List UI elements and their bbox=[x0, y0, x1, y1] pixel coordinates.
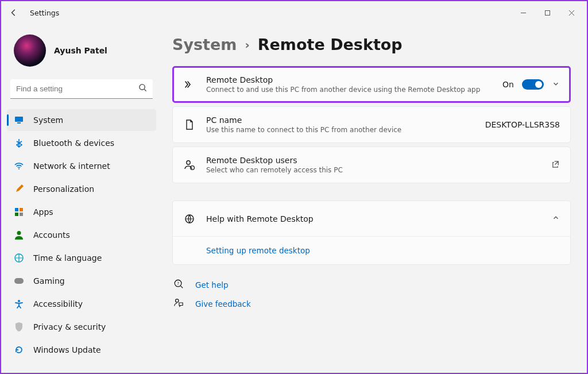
sidebar-item-label: Apps bbox=[33, 207, 53, 217]
pc-name-card: PC name Use this name to connect to this… bbox=[172, 106, 571, 143]
sidebar-item-personalization[interactable]: Personalization bbox=[7, 178, 156, 200]
sidebar-item-label: Privacy & security bbox=[33, 322, 106, 331]
sidebar-item-bluetooth-devices[interactable]: Bluetooth & devices bbox=[7, 132, 156, 154]
toggle-state-label: On bbox=[502, 80, 514, 89]
search-box[interactable] bbox=[10, 79, 153, 99]
svg-point-1 bbox=[140, 84, 145, 90]
svg-rect-5 bbox=[15, 208, 18, 211]
minimize-button[interactable] bbox=[511, 3, 535, 22]
sidebar-item-label: Time & language bbox=[33, 253, 102, 263]
svg-point-9 bbox=[17, 231, 21, 235]
help-card: Help with Remote Desktop Setting up remo… bbox=[172, 201, 571, 265]
sidebar-item-apps[interactable]: Apps bbox=[7, 201, 156, 223]
svg-point-14 bbox=[191, 166, 195, 170]
sidebar-item-privacy-security[interactable]: Privacy & security bbox=[7, 316, 156, 338]
breadcrumb-parent[interactable]: System bbox=[172, 36, 237, 53]
get-help-link[interactable]: ? Get help bbox=[172, 279, 571, 291]
svg-text:?: ? bbox=[177, 281, 179, 286]
sidebar-item-windows-update[interactable]: Windows Update bbox=[7, 339, 156, 361]
pc-name-title: PC name bbox=[206, 115, 475, 125]
feedback-link[interactable]: Give feedback bbox=[172, 298, 571, 310]
brush-icon bbox=[14, 184, 24, 194]
svg-rect-0 bbox=[545, 10, 550, 15]
sidebar-item-accounts[interactable]: Accounts bbox=[7, 224, 156, 246]
svg-rect-11 bbox=[14, 278, 24, 284]
gamepad-icon bbox=[14, 276, 24, 286]
collapse-chevron[interactable] bbox=[552, 214, 560, 223]
svg-point-13 bbox=[187, 161, 190, 164]
sidebar-item-label: System bbox=[33, 115, 63, 125]
monitor-icon bbox=[14, 115, 24, 125]
page-title: Remote Desktop bbox=[258, 36, 403, 53]
update-icon bbox=[14, 345, 24, 355]
rd-users-title: Remote Desktop users bbox=[206, 156, 541, 165]
user-settings-icon bbox=[183, 159, 196, 171]
svg-point-4 bbox=[18, 168, 20, 169]
document-icon bbox=[183, 118, 196, 131]
rd-users-sub: Select who can remotely access this PC bbox=[206, 166, 541, 174]
svg-point-18 bbox=[176, 299, 179, 302]
sidebar-item-label: Network & internet bbox=[33, 161, 110, 171]
open-external-icon bbox=[551, 160, 560, 170]
globe-help-icon bbox=[183, 213, 196, 225]
sidebar-item-network-internet[interactable]: Network & internet bbox=[7, 155, 156, 177]
maximize-button[interactable] bbox=[535, 3, 559, 22]
main-content: System › Remote Desktop Remote Desktop C… bbox=[162, 24, 587, 373]
globe-clock-icon bbox=[14, 253, 24, 263]
remote-desktop-sub: Connect to and use this PC from another … bbox=[206, 86, 492, 94]
svg-point-12 bbox=[18, 300, 20, 302]
help-icon: ? bbox=[173, 279, 185, 291]
expand-chevron[interactable] bbox=[552, 80, 560, 90]
remote-desktop-icon bbox=[183, 78, 196, 91]
sidebar-item-accessibility[interactable]: Accessibility bbox=[7, 293, 156, 315]
svg-rect-8 bbox=[20, 213, 23, 216]
sidebar: Ayush Patel SystemBluetooth & devicesNet… bbox=[1, 24, 162, 373]
search-input[interactable] bbox=[16, 84, 138, 93]
accessibility-icon bbox=[14, 299, 24, 309]
help-header-row[interactable]: Help with Remote Desktop bbox=[173, 201, 570, 237]
avatar bbox=[14, 34, 46, 67]
remote-desktop-card[interactable]: Remote Desktop Connect to and use this P… bbox=[172, 66, 571, 103]
remote-desktop-title: Remote Desktop bbox=[206, 75, 492, 84]
titlebar: Settings bbox=[1, 1, 587, 24]
close-button[interactable] bbox=[559, 3, 583, 22]
remote-desktop-toggle[interactable] bbox=[522, 79, 544, 90]
app-title: Settings bbox=[30, 9, 59, 17]
pc-name-value: DESKTOP-LLSR3S8 bbox=[485, 120, 560, 129]
search-icon bbox=[138, 83, 147, 94]
feedback-label: Give feedback bbox=[195, 299, 251, 309]
help-link-setup[interactable]: Setting up remote desktop bbox=[206, 246, 310, 255]
sidebar-item-label: Personalization bbox=[33, 184, 94, 194]
get-help-label: Get help bbox=[195, 280, 229, 290]
nav-list: SystemBluetooth & devicesNetwork & inter… bbox=[7, 109, 156, 361]
apps-icon bbox=[14, 207, 24, 217]
back-button[interactable] bbox=[5, 3, 23, 22]
sidebar-item-label: Accessibility bbox=[33, 299, 83, 309]
bluetooth-icon bbox=[14, 138, 24, 148]
sidebar-item-label: Accounts bbox=[33, 230, 70, 240]
wifi-icon bbox=[14, 161, 24, 171]
help-title: Help with Remote Desktop bbox=[206, 214, 541, 223]
shield-icon bbox=[14, 322, 24, 332]
sidebar-item-gaming[interactable]: Gaming bbox=[7, 270, 156, 292]
chevron-right-icon: › bbox=[245, 38, 249, 52]
svg-rect-7 bbox=[15, 213, 18, 216]
sidebar-item-label: Windows Update bbox=[33, 345, 101, 354]
svg-rect-6 bbox=[20, 208, 23, 211]
sidebar-item-label: Bluetooth & devices bbox=[33, 138, 114, 148]
user-name: Ayush Patel bbox=[54, 46, 107, 55]
profile-section[interactable]: Ayush Patel bbox=[7, 29, 156, 77]
svg-rect-2 bbox=[15, 117, 23, 122]
svg-rect-3 bbox=[17, 122, 21, 124]
feedback-icon bbox=[173, 298, 185, 310]
person-icon bbox=[14, 230, 24, 240]
sidebar-item-system[interactable]: System bbox=[7, 109, 156, 131]
pc-name-sub: Use this name to connect to this PC from… bbox=[206, 126, 475, 134]
sidebar-item-time-language[interactable]: Time & language bbox=[7, 247, 156, 269]
breadcrumb: System › Remote Desktop bbox=[172, 36, 571, 53]
rd-users-card[interactable]: Remote Desktop users Select who can remo… bbox=[172, 146, 571, 183]
sidebar-item-label: Gaming bbox=[33, 276, 65, 286]
